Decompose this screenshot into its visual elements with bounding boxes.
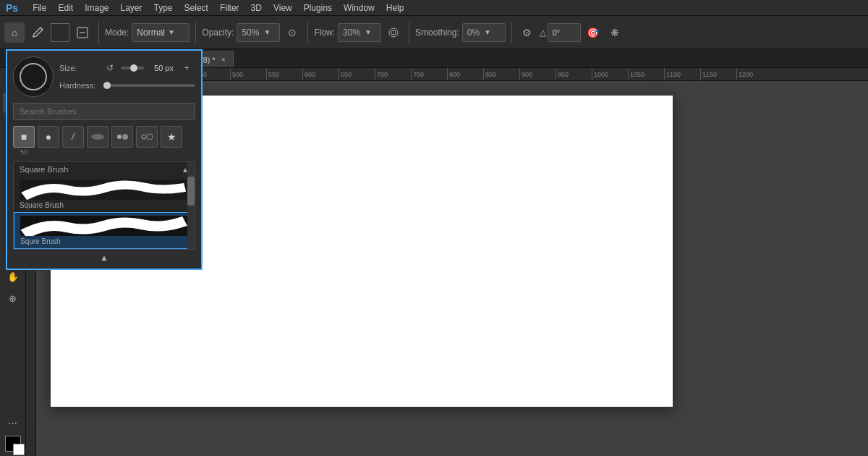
ruler-mark: 750 [411, 68, 447, 81]
airbrush-icon[interactable] [384, 23, 403, 42]
brush-settings-toggle[interactable] [72, 22, 93, 43]
ruler-mark: 500 [230, 68, 266, 81]
menu-file[interactable]: File [27, 1, 52, 14]
size-slider[interactable] [121, 67, 144, 69]
ruler-mark: 1150 [700, 68, 736, 81]
brush-preview-inner [20, 63, 47, 90]
brush-category-circles[interactable] [136, 126, 158, 148]
mode-chevron-icon: ▼ [168, 28, 175, 36]
brush-extra-settings[interactable]: + [178, 59, 195, 77]
extra-icon[interactable]: ❋ [605, 23, 624, 42]
svg-point-3 [391, 30, 396, 35]
size-reset-button[interactable]: ↺ [103, 62, 116, 75]
menu-plugins[interactable]: Plugins [298, 1, 338, 14]
brush-group-1[interactable]: Square Brush ▲ [14, 162, 195, 177]
options-toolbar: ⌂ Mode: Normal ▼ Opacity: 50% ▼ ⊙ Flow: … [0, 16, 868, 49]
mode-dropdown[interactable]: Normal ▼ [132, 23, 190, 42]
home-button[interactable]: ⌂ [4, 22, 25, 43]
tool-more[interactable]: ⋯ [3, 413, 23, 433]
hardness-row: Hardness: [59, 81, 195, 90]
menu-type[interactable]: Type [148, 1, 179, 14]
menu-view[interactable]: View [268, 1, 298, 14]
mode-value: Normal [137, 28, 165, 38]
ruler-mark: 800 [447, 68, 483, 81]
brush-item-1[interactable]: Square Brush [14, 177, 195, 212]
menu-edit[interactable]: Edit [52, 1, 79, 14]
menu-help[interactable]: Help [380, 1, 410, 14]
opacity-value: 50% [242, 28, 259, 38]
mode-label: Mode: [105, 28, 129, 38]
pressure-opacity-icon[interactable]: ⊙ [283, 23, 302, 42]
brush-name-2: Squre Brush [20, 237, 188, 245]
brush-header: Size: ↺ 50 px + Hardness: [13, 56, 195, 97]
ruler-mark: 850 [483, 68, 519, 81]
color-swatch[interactable] [51, 23, 69, 42]
separator-4 [409, 22, 409, 43]
brush-cat-count-square: 50 [20, 148, 27, 156]
brush-category-square[interactable]: ■ [13, 126, 35, 148]
angle-icon: △ [540, 28, 546, 38]
smoothing-value: 0% [467, 28, 480, 38]
ruler-mark: 1200 [736, 68, 773, 81]
background-color[interactable] [13, 444, 25, 455]
svg-point-4 [91, 134, 104, 140]
hardness-slider[interactable] [103, 84, 195, 87]
menu-window[interactable]: Window [338, 1, 380, 14]
brush-list: Square Brush ▲ Square Brush Squre Brush [13, 161, 195, 250]
separator-3 [307, 22, 308, 43]
tool-zoom2[interactable]: ⊕ [3, 288, 23, 308]
brush-tool-button[interactable] [27, 22, 48, 43]
flow-dropdown[interactable]: 30% ▼ [338, 23, 381, 42]
brush-footer-arrow[interactable]: ▲ [100, 253, 109, 263]
ruler-mark: 1000 [592, 68, 628, 81]
smoothing-section: Smoothing: 0% ▼ [415, 23, 506, 42]
brush-category-pencil[interactable]: / [62, 126, 84, 148]
foreground-color[interactable] [5, 436, 21, 452]
hardness-slider-thumb[interactable] [103, 82, 111, 89]
ruler-mark: 700 [375, 68, 411, 81]
size-slider-thumb[interactable] [130, 64, 137, 72]
size-label: Size: [59, 64, 99, 72]
svg-point-6 [122, 134, 128, 140]
ruler-mark: 1050 [628, 68, 664, 81]
brush-list-scrollbar-thumb[interactable] [187, 177, 195, 206]
app-logo: Ps [3, 2, 21, 14]
svg-point-5 [117, 135, 122, 139]
brush-search-input[interactable] [13, 103, 195, 120]
menu-select[interactable]: Select [179, 1, 214, 14]
tab-close-button[interactable]: × [221, 56, 226, 64]
menu-image[interactable]: Image [79, 1, 114, 14]
ruler-mark: 1100 [664, 68, 700, 81]
menu-layer[interactable]: Layer [115, 1, 148, 14]
ruler-mark: 600 [302, 68, 339, 81]
brush-controls: Size: ↺ 50 px + Hardness: [59, 59, 195, 94]
angle-input[interactable] [548, 23, 581, 42]
target-icon[interactable]: 🎯 [584, 23, 603, 42]
brush-item-2[interactable]: Squre Brush [14, 212, 195, 249]
smoothing-chevron-icon: ▼ [484, 28, 491, 36]
settings-icon[interactable]: ⚙ [518, 23, 537, 42]
brush-preview [13, 56, 54, 97]
brush-list-scrollbar[interactable] [187, 162, 195, 249]
svg-point-7 [142, 135, 146, 139]
opacity-chevron-icon: ▼ [263, 28, 271, 36]
brush-group-1-label: Square Brush [20, 165, 68, 174]
brush-stroke-preview-1 [20, 180, 189, 200]
brush-category-star[interactable]: ★ [161, 126, 182, 148]
ruler-mark: 900 [519, 68, 556, 81]
menu-filter[interactable]: Filter [214, 1, 245, 14]
size-row: Size: ↺ 50 px + [59, 59, 195, 77]
brush-category-soft[interactable] [87, 126, 109, 148]
ruler-mark: 650 [339, 68, 375, 81]
flow-value: 30% [343, 28, 360, 38]
separator-5 [511, 22, 512, 43]
svg-point-2 [389, 28, 398, 37]
smoothing-dropdown[interactable]: 0% ▼ [462, 23, 506, 42]
brush-category-round[interactable]: ● [38, 126, 59, 148]
opacity-dropdown[interactable]: 50% ▼ [237, 23, 280, 42]
smoothing-label: Smoothing: [415, 28, 459, 38]
brush-footer: ▲ [13, 250, 195, 263]
size-value: 50 px [148, 64, 174, 72]
menu-3d[interactable]: 3D [245, 1, 268, 14]
brush-category-dots[interactable] [111, 126, 133, 148]
